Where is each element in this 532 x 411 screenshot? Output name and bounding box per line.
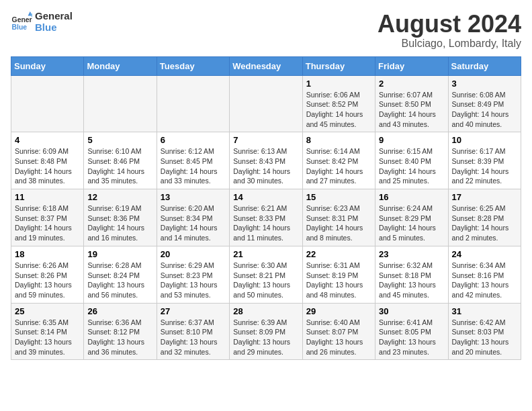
day-info: Sunrise: 6:13 AMSunset: 8:43 PMDaylight:… (233, 146, 298, 186)
day-info: Sunrise: 6:37 AMSunset: 8:10 PMDaylight:… (161, 318, 226, 357)
day-info: Sunrise: 6:25 AMSunset: 8:28 PMDaylight:… (452, 203, 517, 243)
day-info: Sunrise: 6:06 AMSunset: 8:52 PMDaylight:… (306, 90, 371, 130)
day-info: Sunrise: 6:41 AMSunset: 8:05 PMDaylight:… (379, 318, 444, 357)
svg-text:Blue: Blue (12, 24, 28, 31)
calendar-cell: 25Sunrise: 6:35 AMSunset: 8:14 PMDayligh… (11, 303, 84, 360)
calendar-cell: 17Sunrise: 6:25 AMSunset: 8:28 PMDayligh… (448, 189, 521, 246)
day-number: 29 (306, 306, 371, 316)
day-number: 13 (161, 192, 226, 202)
calendar-cell: 8Sunrise: 6:14 AMSunset: 8:42 PMDaylight… (302, 132, 375, 189)
calendar-cell: 27Sunrise: 6:37 AMSunset: 8:10 PMDayligh… (157, 303, 229, 360)
calendar-cell (157, 75, 229, 132)
day-info: Sunrise: 6:08 AMSunset: 8:49 PMDaylight:… (452, 90, 517, 130)
calendar-cell: 11Sunrise: 6:18 AMSunset: 8:37 PMDayligh… (11, 189, 84, 246)
calendar-cell: 29Sunrise: 6:40 AMSunset: 8:07 PMDayligh… (302, 303, 375, 360)
day-header-monday: Monday (84, 56, 157, 75)
day-number: 21 (233, 249, 298, 259)
week-row-2: 4Sunrise: 6:09 AMSunset: 8:48 PMDaylight… (11, 132, 521, 189)
day-header-saturday: Saturday (448, 56, 521, 75)
day-info: Sunrise: 6:12 AMSunset: 8:45 PMDaylight:… (161, 146, 226, 186)
day-number: 18 (15, 249, 80, 259)
calendar-cell: 21Sunrise: 6:30 AMSunset: 8:21 PMDayligh… (230, 246, 302, 303)
day-number: 17 (452, 192, 517, 202)
calendar-cell: 7Sunrise: 6:13 AMSunset: 8:43 PMDaylight… (230, 132, 302, 189)
day-number: 16 (379, 192, 444, 202)
day-info: Sunrise: 6:26 AMSunset: 8:26 PMDaylight:… (15, 261, 80, 300)
logo-icon: General Blue (11, 11, 32, 33)
calendar-cell: 3Sunrise: 6:08 AMSunset: 8:49 PMDaylight… (448, 75, 521, 132)
logo-line1: General (35, 11, 73, 22)
calendar-cell: 18Sunrise: 6:26 AMSunset: 8:26 PMDayligh… (11, 246, 84, 303)
calendar-table: SundayMondayTuesdayWednesdayThursdayFrid… (11, 56, 521, 361)
calendar-cell: 12Sunrise: 6:19 AMSunset: 8:36 PMDayligh… (84, 189, 157, 246)
day-number: 22 (306, 249, 371, 259)
calendar-cell: 28Sunrise: 6:39 AMSunset: 8:09 PMDayligh… (230, 303, 302, 360)
week-row-1: 1Sunrise: 6:06 AMSunset: 8:52 PMDaylight… (11, 75, 521, 132)
day-header-thursday: Thursday (302, 56, 375, 75)
day-info: Sunrise: 6:18 AMSunset: 8:37 PMDaylight:… (15, 203, 80, 243)
calendar-cell: 16Sunrise: 6:24 AMSunset: 8:29 PMDayligh… (375, 189, 448, 246)
day-number: 23 (379, 249, 444, 259)
day-number: 20 (161, 249, 226, 259)
week-row-3: 11Sunrise: 6:18 AMSunset: 8:37 PMDayligh… (11, 189, 521, 246)
week-row-4: 18Sunrise: 6:26 AMSunset: 8:26 PMDayligh… (11, 246, 521, 303)
calendar-cell: 15Sunrise: 6:23 AMSunset: 8:31 PMDayligh… (302, 189, 375, 246)
day-info: Sunrise: 6:36 AMSunset: 8:12 PMDaylight:… (87, 318, 152, 357)
day-info: Sunrise: 6:40 AMSunset: 8:07 PMDaylight:… (306, 318, 371, 357)
day-header-wednesday: Wednesday (230, 56, 302, 75)
calendar-cell: 31Sunrise: 6:42 AMSunset: 8:03 PMDayligh… (448, 303, 521, 360)
day-header-tuesday: Tuesday (157, 56, 229, 75)
day-info: Sunrise: 6:24 AMSunset: 8:29 PMDaylight:… (379, 203, 444, 243)
calendar-cell: 14Sunrise: 6:21 AMSunset: 8:33 PMDayligh… (230, 189, 302, 246)
calendar-cell: 26Sunrise: 6:36 AMSunset: 8:12 PMDayligh… (84, 303, 157, 360)
day-number: 28 (233, 306, 298, 316)
day-info: Sunrise: 6:14 AMSunset: 8:42 PMDaylight:… (306, 146, 371, 186)
day-number: 8 (306, 135, 371, 145)
calendar-cell: 19Sunrise: 6:28 AMSunset: 8:24 PMDayligh… (84, 246, 157, 303)
calendar-cell: 22Sunrise: 6:31 AMSunset: 8:19 PMDayligh… (302, 246, 375, 303)
day-info: Sunrise: 6:34 AMSunset: 8:16 PMDaylight:… (452, 261, 517, 300)
calendar-cell (230, 75, 302, 132)
calendar-cell: 13Sunrise: 6:20 AMSunset: 8:34 PMDayligh… (157, 189, 229, 246)
calendar-cell: 24Sunrise: 6:34 AMSunset: 8:16 PMDayligh… (448, 246, 521, 303)
day-number: 11 (15, 192, 80, 202)
calendar-cell: 10Sunrise: 6:17 AMSunset: 8:39 PMDayligh… (448, 132, 521, 189)
logo-line2: Blue (35, 22, 73, 34)
page-header: General Blue General Blue August 2024 Bu… (11, 11, 521, 50)
day-number: 4 (15, 135, 80, 145)
day-number: 10 (452, 135, 517, 145)
day-number: 14 (233, 192, 298, 202)
subtitle: Bulciago, Lombardy, Italy (378, 38, 521, 50)
calendar-cell: 4Sunrise: 6:09 AMSunset: 8:48 PMDaylight… (11, 132, 84, 189)
day-info: Sunrise: 6:35 AMSunset: 8:14 PMDaylight:… (15, 318, 80, 357)
week-row-5: 25Sunrise: 6:35 AMSunset: 8:14 PMDayligh… (11, 303, 521, 360)
calendar-cell: 6Sunrise: 6:12 AMSunset: 8:45 PMDaylight… (157, 132, 229, 189)
day-info: Sunrise: 6:21 AMSunset: 8:33 PMDaylight:… (233, 203, 298, 243)
day-number: 6 (161, 135, 226, 145)
day-number: 15 (306, 192, 371, 202)
logo: General Blue General Blue (11, 11, 73, 33)
day-number: 26 (87, 306, 152, 316)
day-header-row: SundayMondayTuesdayWednesdayThursdayFrid… (11, 56, 521, 75)
calendar-cell: 30Sunrise: 6:41 AMSunset: 8:05 PMDayligh… (375, 303, 448, 360)
day-number: 19 (87, 249, 152, 259)
calendar-cell: 20Sunrise: 6:29 AMSunset: 8:23 PMDayligh… (157, 246, 229, 303)
calendar-cell: 23Sunrise: 6:32 AMSunset: 8:18 PMDayligh… (375, 246, 448, 303)
day-info: Sunrise: 6:20 AMSunset: 8:34 PMDaylight:… (161, 203, 226, 243)
day-info: Sunrise: 6:31 AMSunset: 8:19 PMDaylight:… (306, 261, 371, 300)
calendar-cell: 5Sunrise: 6:10 AMSunset: 8:46 PMDaylight… (84, 132, 157, 189)
day-info: Sunrise: 6:32 AMSunset: 8:18 PMDaylight:… (379, 261, 444, 300)
day-info: Sunrise: 6:09 AMSunset: 8:48 PMDaylight:… (15, 146, 80, 186)
day-number: 9 (379, 135, 444, 145)
day-number: 1 (306, 79, 371, 89)
calendar-cell: 1Sunrise: 6:06 AMSunset: 8:52 PMDaylight… (302, 75, 375, 132)
day-header-friday: Friday (375, 56, 448, 75)
day-number: 24 (452, 249, 517, 259)
day-info: Sunrise: 6:23 AMSunset: 8:31 PMDaylight:… (306, 203, 371, 243)
svg-text:General: General (12, 16, 32, 24)
day-info: Sunrise: 6:30 AMSunset: 8:21 PMDaylight:… (233, 261, 298, 300)
day-number: 7 (233, 135, 298, 145)
day-info: Sunrise: 6:07 AMSunset: 8:50 PMDaylight:… (379, 90, 444, 130)
day-number: 25 (15, 306, 80, 316)
calendar-cell (11, 75, 84, 132)
